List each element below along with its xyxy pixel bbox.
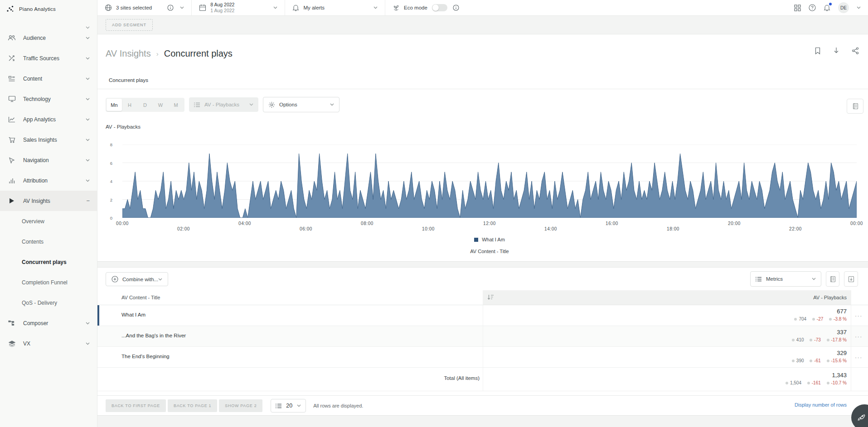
sidebar-item-audience[interactable]: Audience xyxy=(0,28,97,48)
table-row[interactable]: ...And the Bag's in the River 337 410 -7… xyxy=(97,326,868,347)
area-series xyxy=(122,154,857,218)
x-tick-label: 02:00 xyxy=(177,226,190,231)
download-icon[interactable] xyxy=(833,47,839,55)
help-icon[interactable] xyxy=(809,4,816,11)
sidebar-item-attribution[interactable]: Attribution xyxy=(0,170,97,191)
add-segment-button[interactable]: ADD SEGMENT xyxy=(106,19,153,31)
row-value: 329 xyxy=(837,350,847,356)
table-row[interactable]: The End's Beginning 329 390 -61 -15.6 % … xyxy=(97,347,868,368)
site-selector[interactable]: 3 sites selected xyxy=(97,0,192,15)
sidebar-item-sales-insights[interactable]: Sales Insights xyxy=(0,130,97,150)
sidebar-subitem-label: Completion Funnel xyxy=(22,279,68,286)
chevron-down-icon[interactable] xyxy=(857,6,861,9)
back-to-first-page-button[interactable]: BACK TO FIRST PAGE xyxy=(106,399,166,412)
back-to-page-1-button[interactable]: BACK TO PAGE 1 xyxy=(168,399,217,412)
chart-metric-select[interactable]: AV - Playbacks xyxy=(189,97,258,112)
granularity-m-button[interactable]: M xyxy=(168,99,184,111)
legend-series-label: What I Am xyxy=(482,237,505,242)
table-row[interactable]: What I Am 677 704 -27 -3.8 % ... xyxy=(97,305,868,326)
sidebar-item-composer[interactable]: Composer xyxy=(0,313,97,333)
chevron-down-icon xyxy=(86,37,90,39)
row-diff-value: -73 xyxy=(810,337,820,342)
row-menu-button[interactable]: ... xyxy=(855,353,863,360)
row-sub-values: 390 -61 -15.6 % xyxy=(787,358,847,363)
user-avatar[interactable]: DE xyxy=(838,2,849,13)
table-header: AV Content - Title AV - Playbacks xyxy=(97,290,868,305)
table-copy-button[interactable] xyxy=(826,271,839,287)
app-logo[interactable]: Piano Analytics xyxy=(0,0,97,18)
options-select[interactable]: Options xyxy=(263,97,339,112)
apps-grid-icon[interactable] xyxy=(794,5,801,11)
metrics-select[interactable]: Metrics xyxy=(750,271,821,287)
sidebar-subitem-qos-delivery[interactable]: QoS - Delivery xyxy=(0,293,97,313)
column-header-playbacks[interactable]: AV - Playbacks xyxy=(483,290,851,305)
technology-icon xyxy=(7,96,16,102)
sidebar-subitem-overview[interactable]: Overview xyxy=(0,211,97,231)
breadcrumb-parent[interactable]: AV Insights xyxy=(106,48,151,59)
sidebar-item-technology[interactable]: Technology xyxy=(0,89,97,109)
info-icon[interactable] xyxy=(167,5,174,11)
display-number-of-rows-link[interactable]: Display number of rows xyxy=(795,402,847,408)
page-title: Concurrent plays xyxy=(164,48,233,59)
sidebar-subitem-completion-funnel[interactable]: Completion Funnel xyxy=(0,272,97,293)
sidebar-subitem-concurrent-plays[interactable]: Concurrent plays xyxy=(0,252,97,272)
my-alerts-selector[interactable]: My alerts xyxy=(285,0,385,15)
sidebar-item-av-insights[interactable]: AV Insights − xyxy=(0,191,97,211)
granularity-d-button[interactable]: D xyxy=(137,99,153,111)
column-header-title[interactable]: AV Content - Title xyxy=(121,290,160,305)
sidebar-collapse-chevron-icon[interactable] xyxy=(86,26,90,29)
chevron-down-icon xyxy=(158,278,162,281)
sidebar: Piano Analytics Audience Traffic Sources… xyxy=(0,0,97,427)
sidebar-item-navigation[interactable]: Navigation xyxy=(0,150,97,170)
metrics-label: Metrics xyxy=(766,276,812,282)
pagination-row: BACK TO FIRST PAGE BACK TO PAGE 1 SHOW P… xyxy=(106,399,363,413)
date-range-selector[interactable]: 8 Aug 2022 1 Aug 2022 xyxy=(192,0,285,15)
combine-with-button[interactable]: Combine with... xyxy=(106,272,168,286)
composer-icon xyxy=(7,320,16,326)
granularity-w-button[interactable]: W xyxy=(153,99,168,111)
row-value: 337 xyxy=(837,329,847,336)
sidebar-item-label: Technology xyxy=(23,96,86,102)
sidebar-subitem-contents[interactable]: Contents xyxy=(0,231,97,252)
options-label: Options xyxy=(279,102,330,107)
info-icon[interactable] xyxy=(453,5,459,11)
y-tick-label: 2 xyxy=(110,197,112,202)
chart-export-button[interactable] xyxy=(847,99,863,114)
chevron-down-icon xyxy=(330,103,334,106)
y-tick-label: 4 xyxy=(110,179,112,184)
granularity-mn-button[interactable]: Mn xyxy=(107,99,122,111)
selected-row-indicator xyxy=(97,305,99,326)
notifications-bell-icon[interactable] xyxy=(824,4,830,11)
rows-per-page-value: 20 xyxy=(286,403,292,409)
row-menu-button[interactable]: ... xyxy=(855,332,863,339)
legend-swatch xyxy=(474,238,478,242)
pagination-divider xyxy=(97,395,868,396)
eco-mode-toggle[interactable] xyxy=(432,4,447,11)
x-tick-label: 10:00 xyxy=(422,226,435,231)
sidebar-item-content[interactable]: Content xyxy=(0,68,97,89)
bookmark-icon[interactable] xyxy=(815,47,821,55)
table-download-button[interactable] xyxy=(844,271,858,287)
sidebar-item-label: Content xyxy=(23,76,86,82)
sidebar-item-vx[interactable]: VX xyxy=(0,333,97,354)
concurrent-plays-area-chart[interactable] xyxy=(122,144,857,218)
granularity-h-button[interactable]: H xyxy=(122,99,137,111)
row-menu-button[interactable]: ... xyxy=(855,311,863,318)
sidebar-item-label: Traffic Sources xyxy=(23,55,86,62)
rows-per-page-select[interactable]: 20 xyxy=(271,399,306,413)
chevron-down-icon xyxy=(86,179,90,182)
chevron-down-icon xyxy=(86,139,90,141)
app-analytics-icon xyxy=(7,116,16,123)
gear-icon xyxy=(268,101,275,108)
list-icon xyxy=(276,403,282,408)
show-page-2-button[interactable]: SHOW PAGE 2 xyxy=(219,399,262,412)
tab-concurrent-plays[interactable]: Concurrent plays xyxy=(109,77,148,83)
granularity-switch: Mn H D W M xyxy=(106,98,184,112)
y-tick-label: 8 xyxy=(110,142,112,147)
share-icon[interactable] xyxy=(852,47,859,55)
sidebar-item-app-analytics[interactable]: App Analytics xyxy=(0,109,97,130)
sidebar-item-traffic-sources[interactable]: Traffic Sources xyxy=(0,48,97,68)
sort-descending-icon[interactable] xyxy=(487,294,494,300)
x-tick-label: 00:00 xyxy=(116,221,129,226)
chart-legend[interactable]: What I Am xyxy=(122,237,857,242)
